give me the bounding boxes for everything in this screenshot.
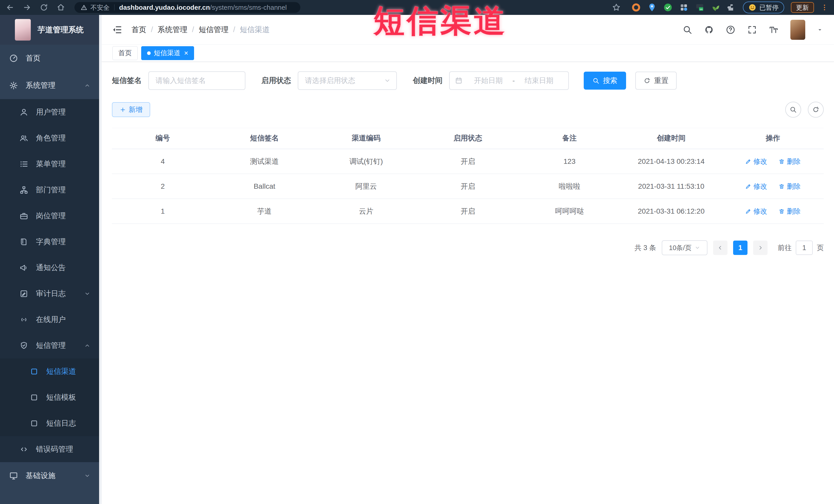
sidebar-item-infra[interactable]: 基础设施 <box>0 462 102 489</box>
page-size-select[interactable]: 10条/页 <box>662 240 707 255</box>
browser-back-icon[interactable] <box>6 3 14 12</box>
sidebar-item-dict-mgmt[interactable]: 字典管理 <box>0 229 102 255</box>
sidebar-item-sms-template[interactable]: 短信模板 <box>0 385 102 410</box>
status-filter-select[interactable]: 请选择启用状态 <box>298 71 397 90</box>
list-icon <box>20 160 28 169</box>
cell-actions: 修改删除 <box>722 207 824 216</box>
avatar-caret-down-icon[interactable] <box>817 27 823 32</box>
cell-sign: Ballcat <box>214 182 315 191</box>
goto-label: 前往 <box>778 243 792 253</box>
user-icon <box>20 108 28 116</box>
chevron-down-icon <box>84 291 90 297</box>
current-page-button[interactable]: 1 <box>733 241 747 255</box>
dashboard-icon <box>9 54 18 63</box>
chevron-left-icon <box>717 245 723 251</box>
prev-page-button[interactable] <box>713 241 727 255</box>
sidebar-item-system[interactable]: 系统管理 <box>0 72 102 99</box>
sidebar-fold-icon[interactable] <box>112 25 122 35</box>
breadcrumb-item[interactable]: 首页 <box>131 25 146 35</box>
sidebar-item-user-mgmt[interactable]: 用户管理 <box>0 99 102 125</box>
ext-blue-pin-icon[interactable] <box>648 3 657 12</box>
sidebar-item-dept-mgmt[interactable]: 部门管理 <box>0 177 102 203</box>
sidebar-item-home[interactable]: 首页 <box>0 45 102 72</box>
edit-icon <box>745 208 751 214</box>
table-body: 4测试渠道调试(钉钉)开启1232021-04-13 00:23:14修改删除2… <box>112 149 824 224</box>
search-button[interactable]: 搜索 <box>584 72 626 90</box>
page-content: 短信签名 启用状态 请选择启用状态 创建时间 开始日期 - 结束日期 搜索 <box>102 62 834 504</box>
ext-orange-ring-icon[interactable] <box>632 3 641 12</box>
search-icon <box>790 106 797 113</box>
cell-id: 1 <box>112 207 214 215</box>
tab-短信渠道[interactable]: 短信渠道× <box>141 46 194 60</box>
tree-icon <box>20 185 28 194</box>
sidebar-item-label: 错误码管理 <box>36 444 73 455</box>
breadcrumb-item: 短信渠道 <box>240 25 269 35</box>
sidebar-item-label: 短信渠道 <box>46 366 76 377</box>
goto-page-input[interactable] <box>796 241 813 255</box>
sidebar-item-post-mgmt[interactable]: 岗位管理 <box>0 203 102 229</box>
browser-update-button[interactable]: 更新 <box>791 2 814 13</box>
next-page-button[interactable] <box>753 241 768 255</box>
sidebar-item-notice[interactable]: 通知公告 <box>0 255 102 281</box>
bookmark-star-icon[interactable] <box>612 3 621 12</box>
ext-grid-icon[interactable] <box>679 3 688 12</box>
megaphone-icon <box>20 263 28 272</box>
refresh-table-button[interactable] <box>808 102 824 117</box>
breadcrumb-item[interactable]: 短信管理 <box>199 25 228 35</box>
avatar[interactable] <box>790 20 805 40</box>
sidebar-item-label: 在线用户 <box>36 314 66 325</box>
cell-created: 2021-04-13 00:23:14 <box>620 157 722 166</box>
sidebar-item-label: 基础设施 <box>26 470 56 481</box>
delete-link[interactable]: 删除 <box>778 182 800 191</box>
briefcase-icon <box>20 212 28 220</box>
browser-reload-icon[interactable] <box>40 3 48 12</box>
date-range-picker[interactable]: 开始日期 - 结束日期 <box>449 71 569 90</box>
sidebar-item-label: 首页 <box>26 53 41 63</box>
sidebar-item-sms-mgmt[interactable]: 短信管理 <box>0 332 102 358</box>
delete-link[interactable]: 删除 <box>778 157 800 166</box>
ext-leaf-icon[interactable] <box>711 3 720 12</box>
edit-link[interactable]: 修改 <box>745 157 767 166</box>
sidebar-item-audit-log[interactable]: 审计日志 <box>0 281 102 307</box>
cell-status: 开启 <box>417 206 519 216</box>
delete-link[interactable]: 删除 <box>778 207 800 216</box>
sidebar-item-sms-channel[interactable]: 短信渠道 <box>0 358 102 385</box>
toggle-search-button[interactable] <box>785 102 801 117</box>
browser-forward-icon[interactable] <box>23 3 31 12</box>
breadcrumb-separator: / <box>192 25 194 34</box>
sidebar-logo[interactable]: 芋道管理系统 <box>0 15 102 45</box>
ext-green-check-icon[interactable] <box>663 3 673 12</box>
browser-home-icon[interactable] <box>57 3 65 12</box>
sidebar-item-online-users[interactable]: 在线用户 <box>0 307 102 332</box>
help-icon[interactable] <box>726 25 736 35</box>
column-header: 备注 <box>519 128 620 149</box>
sidebar-item-error-code[interactable]: 错误码管理 <box>0 436 102 462</box>
font-size-icon[interactable] <box>769 25 778 35</box>
fullscreen-icon[interactable] <box>747 25 757 35</box>
search-icon[interactable] <box>683 25 692 35</box>
sign-filter-input[interactable] <box>148 71 245 90</box>
date-start-placeholder: 开始日期 <box>464 76 512 86</box>
tab-close-icon[interactable]: × <box>184 49 188 57</box>
url-path: /system/sms/sms-channel <box>210 4 287 12</box>
add-button[interactable]: 新增 <box>112 102 150 117</box>
ext-onoff-icon[interactable]: on <box>695 3 704 12</box>
edit-icon <box>745 183 751 190</box>
address-bar[interactable]: 不安全 dashboard.yudao.iocoder.cn /system/s… <box>74 2 300 13</box>
breadcrumb-item[interactable]: 系统管理 <box>158 25 188 35</box>
paused-extension-badge[interactable]: 已暂停 <box>743 2 784 13</box>
tab-首页[interactable]: 首页 <box>112 46 137 60</box>
sidebar-item-role-mgmt[interactable]: 角色管理 <box>0 125 102 151</box>
sidebar-item-menu-mgmt[interactable]: 菜单管理 <box>0 151 102 177</box>
edit-link[interactable]: 修改 <box>745 182 767 191</box>
refresh-icon <box>643 77 651 84</box>
edit-link[interactable]: 修改 <box>745 207 767 216</box>
online-icon <box>20 315 28 324</box>
total-count: 共 3 条 <box>635 243 656 253</box>
browser-menu-kebab-icon[interactable] <box>821 4 828 11</box>
reset-button[interactable]: 重置 <box>635 72 677 90</box>
github-icon[interactable] <box>704 25 714 35</box>
sidebar-item-sms-log[interactable]: 短信日志 <box>0 410 102 436</box>
ext-puzzle-icon[interactable] <box>727 3 736 12</box>
table-row: 1芋道云片开启呵呵呵哒2021-03-31 06:12:20修改删除 <box>112 199 824 224</box>
